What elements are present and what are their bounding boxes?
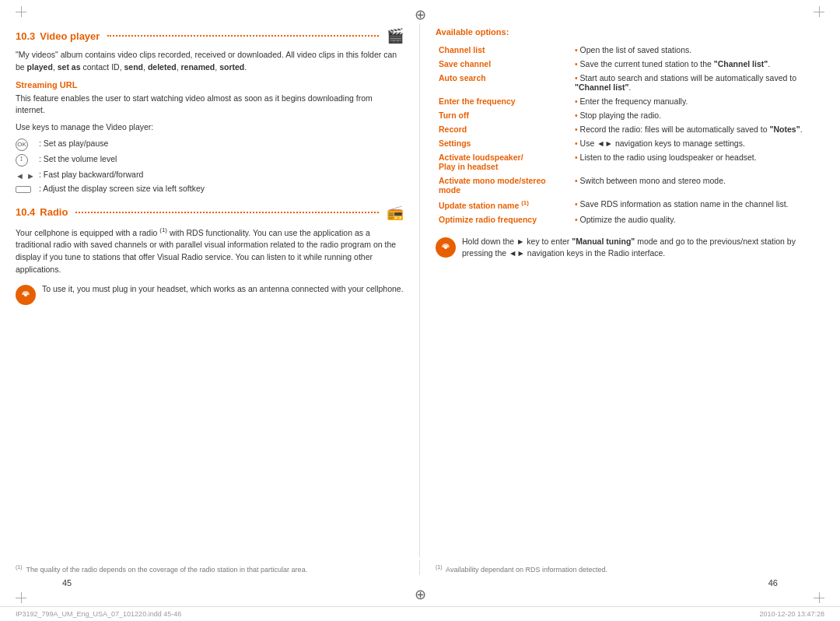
option-desc-record: Record the radio: files will be automati… [572, 122, 824, 136]
option-label-record: Record [436, 122, 572, 136]
option-label-save-channel: Save channel [436, 57, 572, 71]
available-options-heading: Available options: [436, 27, 824, 37]
top-right-mark [814, 6, 824, 17]
top-marks: ⊕ [0, 0, 840, 23]
title-dots-10-4 [75, 212, 379, 213]
compass-icon: ⊕ [415, 6, 426, 23]
key-desc-4: : Adjust the display screen size via lef… [39, 184, 404, 193]
key-item-2: ↕ : Set the volume level [16, 154, 404, 167]
option-desc-optimize: Optimize the audio quality. [572, 212, 824, 226]
option-row-optimize: Optimize radio frequency Optimize the au… [436, 212, 824, 226]
file-info: IP3192_799A_UM_Eng_USA_07_101220.indd 45… [16, 610, 181, 618]
right-page: Available options: Channel list Open the… [420, 23, 824, 557]
bottom-area: (1) The quality of the radio depends on … [0, 560, 840, 575]
radio-note-icon [20, 289, 31, 300]
option-row-turn-off: Turn off Stop playing the radio. [436, 108, 824, 122]
right-footnote: (1) Availability dependant on RDS inform… [436, 563, 824, 575]
note-box-right: Hold down the ► key to enter "Manual tun… [436, 236, 824, 261]
compass-bottom: ⊕ [415, 587, 426, 602]
option-label-auto-search: Auto search [436, 71, 572, 94]
top-left-mark [16, 6, 26, 17]
svg-point-0 [24, 293, 27, 296]
option-row-mono-stereo: Activate mono mode/stereo mode Switch be… [436, 174, 824, 197]
section-10-4: 10.4 Radio 📻 Your cellphone is equipped … [16, 204, 404, 306]
arrows-icon: ◄ ► [16, 170, 39, 181]
section-10-4-number: 10.4 [16, 206, 35, 218]
option-label-settings: Settings [436, 136, 572, 150]
top-center: ⊕ [415, 6, 426, 23]
option-label-enter-freq: Enter the frequency [436, 94, 572, 108]
option-row-auto-search: Auto search Start auto search and statio… [436, 71, 824, 94]
section-10-3-icon: 🎬 [387, 27, 404, 44]
streaming-url-text: This feature enables the user to start w… [16, 93, 404, 118]
left-page: 10.3 Video player 🎬 "My videos" album co… [16, 23, 420, 557]
svg-point-1 [444, 245, 447, 248]
section-10-3-title: 10.3 Video player 🎬 [16, 27, 404, 44]
option-row-channel-list: Channel list Open the list of saved stat… [436, 43, 824, 57]
section-10-3-intro: "My videos" album contains video clips r… [16, 49, 404, 74]
bottom-marks: ⊕ [0, 591, 840, 606]
section-10-4-label: Radio [40, 206, 68, 218]
option-desc-settings: Use ◄► navigation keys to manage setting… [572, 136, 824, 150]
volume-icon: ↕ [16, 154, 39, 167]
section-10-3-number: 10.3 [16, 30, 35, 42]
section-10-4-title: 10.4 Radio 📻 [16, 204, 404, 221]
options-table: Channel list Open the list of saved stat… [436, 43, 824, 226]
note-text-left: To use it, you must plug in your headset… [42, 283, 404, 296]
bottom-left-mark [16, 592, 26, 603]
option-desc-turn-off: Stop playing the radio. [572, 108, 824, 122]
option-row-record: Record Record the radio: files will be a… [436, 122, 824, 136]
date-info: 2010-12-20 13:47:28 [759, 610, 824, 618]
option-row-settings: Settings Use ◄► navigation keys to manag… [436, 136, 824, 150]
left-footnote: (1) The quality of the radio depends on … [16, 563, 404, 575]
option-label-optimize: Optimize radio frequency [436, 212, 572, 226]
bottom-bar: IP3192_799A_UM_Eng_USA_07_101220.indd 45… [0, 606, 840, 621]
note-text-right: Hold down the ► key to enter "Manual tun… [462, 236, 824, 261]
option-desc-update-station: Save RDS information as station name in … [572, 197, 824, 212]
note-box-left: To use it, you must plug in your headset… [16, 283, 404, 305]
option-label-mono-stereo: Activate mono mode/stereo mode [436, 174, 572, 197]
right-page-num: 46 [768, 578, 778, 588]
bottom-left: (1) The quality of the radio depends on … [16, 560, 420, 575]
option-label-channel-list: Channel list [436, 43, 572, 57]
title-dots-10-3 [107, 35, 379, 37]
key-item-3: ◄ ► : Fast play backward/forward [16, 170, 404, 181]
option-desc-save-channel: Save the current tuned station to the "C… [572, 57, 824, 71]
key-desc-3: : Fast play backward/forward [39, 170, 404, 179]
note-circle-left [16, 285, 36, 305]
key-item-1: OK : Set as play/pause [16, 139, 404, 151]
key-desc-2: : Set the volume level [39, 154, 404, 163]
section-10-3-label: Video player [40, 30, 100, 42]
bottom-right: (1) Availability dependant on RDS inform… [420, 560, 824, 575]
bottom-right-mark [814, 592, 824, 603]
option-label-turn-off: Turn off [436, 108, 572, 122]
option-label-loudspeaker: Activate loudspeaker/Play in headset [436, 150, 572, 174]
section-10-4-intro: Your cellphone is equipped with a radio … [16, 226, 404, 276]
option-desc-enter-freq: Enter the frequency manually. [572, 94, 824, 108]
option-desc-loudspeaker: Listen to the radio using loudspeaker or… [572, 150, 824, 174]
option-row-update-station: Update station name (1) Save RDS informa… [436, 197, 824, 212]
option-row-enter-freq: Enter the frequency Enter the frequency … [436, 94, 824, 108]
section-10-4-icon: 📻 [387, 204, 404, 221]
rect-icon [16, 184, 39, 195]
streaming-url-heading: Streaming URL [16, 80, 404, 89]
keys-heading: Use keys to manage the Video player: [16, 121, 404, 134]
note-hold-text: Hold down the [462, 237, 514, 246]
ok-icon: OK [16, 139, 39, 151]
key-desc-1: : Set as play/pause [39, 139, 404, 148]
option-desc-mono-stereo: Switch between mono and stereo mode. [572, 174, 824, 197]
main-content: 10.3 Video player 🎬 "My videos" album co… [0, 23, 840, 557]
radio-note-icon-right [440, 242, 451, 253]
bottom-center: ⊕ [415, 586, 426, 603]
section-10-3: 10.3 Video player 🎬 "My videos" album co… [16, 27, 404, 195]
option-desc-channel-list: Open the list of saved stations. [572, 43, 824, 57]
key-item-4: : Adjust the display screen size via lef… [16, 184, 404, 195]
option-label-update-station: Update station name (1) [436, 197, 572, 212]
page-container: ⊕ 10.3 Video player 🎬 "My videos" album … [0, 0, 840, 621]
note-circle-right [436, 237, 456, 258]
option-desc-auto-search: Start auto search and stations will be a… [572, 71, 824, 94]
left-page-num: 45 [62, 578, 72, 588]
option-row-save-channel: Save channel Save the current tuned stat… [436, 57, 824, 71]
option-row-loudspeaker: Activate loudspeaker/Play in headset Lis… [436, 150, 824, 174]
